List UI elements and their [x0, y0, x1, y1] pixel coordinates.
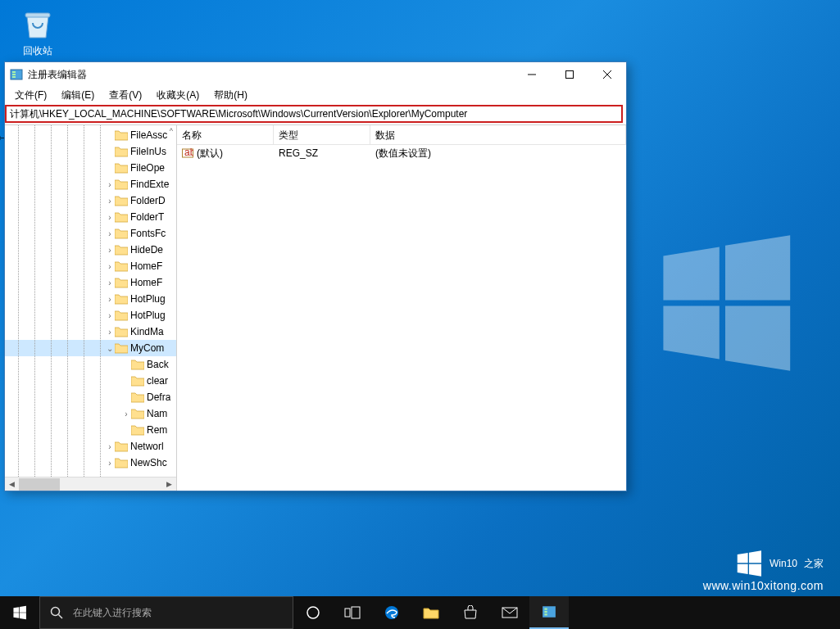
tree-item-label: MyCom — [130, 342, 164, 354]
start-button[interactable] — [0, 596, 39, 629]
tree-item[interactable]: FileOpe — [5, 160, 176, 176]
expander-icon[interactable]: ⌄ — [105, 344, 115, 353]
registry-tree[interactable]: FileAsscFileInUsFileOpe›FindExte›FolderD… — [5, 125, 177, 491]
menu-view[interactable]: 查看(V) — [102, 87, 148, 103]
taskbar-explorer[interactable] — [411, 596, 451, 629]
tree-item-label: FolderD — [130, 195, 166, 206]
tree-item[interactable]: clear — [5, 373, 176, 389]
value-type: REG_SZ — [274, 146, 370, 161]
menu-favorites[interactable]: 收藏夹(A) — [150, 87, 206, 103]
tree-item-label: FolderT — [130, 211, 164, 223]
svg-marker-3 — [663, 306, 719, 360]
value-row[interactable]: ab (默认) REG_SZ (数值未设置) — [177, 145, 626, 161]
window-title: 注册表编辑器 — [28, 68, 513, 82]
registry-values-pane: 名称 类型 数据 ab (默认) REG_SZ (数值未设置) — [177, 125, 626, 491]
svg-point-23 — [52, 608, 60, 616]
svg-marker-16 — [749, 550, 761, 563]
tree-item-label: KindMa — [130, 326, 164, 337]
expander-icon[interactable]: › — [105, 278, 115, 287]
expander-icon[interactable]: › — [105, 459, 115, 468]
tree-item[interactable]: ›FontsFc — [5, 225, 176, 242]
menu-edit[interactable]: 编辑(E) — [55, 87, 101, 103]
tree-item[interactable]: ›HotPlug — [5, 307, 176, 324]
minimize-icon — [528, 70, 536, 79]
tree-item-label: Nam — [147, 408, 167, 419]
scroll-right-icon[interactable]: ▶ — [162, 478, 176, 491]
tree-item[interactable]: ⌄MyCom — [5, 340, 176, 356]
svg-marker-2 — [725, 235, 790, 300]
scrollbar-thumb[interactable] — [19, 478, 60, 491]
maximize-button[interactable] — [551, 62, 588, 87]
svg-rect-10 — [566, 71, 574, 79]
expander-icon[interactable]: › — [105, 328, 115, 337]
scroll-indicator: ^ — [170, 127, 173, 135]
expander-icon[interactable]: › — [105, 295, 115, 304]
tree-item[interactable]: Rem — [5, 422, 176, 438]
taskview-icon — [344, 606, 361, 619]
address-text: 计算机\HKEY_LOCAL_MACHINE\SOFTWARE\Microsof… — [10, 107, 467, 121]
taskbar-taskview[interactable] — [333, 596, 372, 629]
address-bar[interactable]: 计算机\HKEY_LOCAL_MACHINE\SOFTWARE\Microsof… — [5, 105, 623, 123]
tree-item[interactable]: FileInUs — [5, 143, 176, 160]
svg-marker-18 — [749, 564, 761, 577]
windows-start-icon — [12, 605, 27, 620]
tree-item[interactable]: ›HomeF — [5, 258, 176, 274]
taskbar-edge[interactable] — [372, 596, 411, 629]
tree-item-label: Back — [147, 359, 169, 370]
scroll-left-icon[interactable]: ◀ — [5, 478, 19, 491]
tree-item-label: clear — [147, 375, 168, 387]
expander-icon[interactable]: › — [105, 213, 115, 222]
tree-item[interactable]: Back — [5, 356, 176, 373]
watermark-winlogo-icon — [735, 550, 763, 577]
expander-icon[interactable]: › — [105, 311, 115, 320]
expander-icon[interactable]: › — [105, 262, 115, 271]
svg-marker-19 — [13, 607, 19, 612]
tree-item[interactable]: ›Networl — [5, 438, 176, 455]
minimize-button[interactable] — [513, 62, 551, 87]
expander-icon[interactable]: › — [105, 197, 115, 206]
taskbar-search[interactable]: 在此键入进行搜索 — [39, 596, 293, 629]
taskbar-mail[interactable] — [490, 596, 529, 629]
tree-item[interactable]: ›Nam — [5, 405, 176, 422]
taskbar-regedit[interactable] — [529, 596, 569, 629]
tree-item-label: FileInUs — [130, 146, 166, 157]
tree-item[interactable]: ›KindMa — [5, 324, 176, 340]
store-icon — [463, 605, 478, 620]
taskbar-store[interactable] — [451, 596, 490, 629]
menu-help[interactable]: 帮助(H) — [207, 87, 254, 103]
tree-item[interactable]: ›FindExte — [5, 176, 176, 192]
svg-rect-0 — [25, 13, 50, 17]
desktop-icon-recycle-bin[interactable]: 回收站 — [13, 7, 62, 58]
svg-marker-17 — [738, 564, 748, 574]
col-name-header[interactable]: 名称 — [177, 125, 274, 144]
tree-item[interactable]: Defra — [5, 389, 176, 405]
col-data-header[interactable]: 数据 — [370, 125, 626, 144]
svg-rect-31 — [544, 609, 547, 610]
expander-icon[interactable]: › — [105, 229, 115, 238]
expander-icon[interactable]: › — [105, 442, 115, 451]
regedit-icon — [10, 68, 23, 81]
recycle-bin-icon — [20, 7, 55, 41]
watermark-brand-en: Win10 — [770, 558, 797, 569]
col-type-header[interactable]: 类型 — [274, 125, 370, 144]
expander-icon[interactable]: › — [105, 180, 115, 189]
svg-text:ab: ab — [184, 147, 193, 158]
tree-item[interactable]: ›HomeF — [5, 274, 176, 291]
expander-icon[interactable]: › — [105, 246, 115, 255]
regedit-taskbar-icon — [542, 604, 556, 619]
close-button[interactable] — [588, 62, 626, 87]
taskbar-cortana[interactable] — [293, 596, 333, 629]
menu-file[interactable]: 文件(F) — [8, 87, 53, 103]
tree-item[interactable]: FileAssc — [5, 127, 176, 143]
tree-item[interactable]: ›NewShc — [5, 455, 176, 471]
tree-item[interactable]: ›HotPlug — [5, 291, 176, 307]
tree-item[interactable]: ›HideDe — [5, 242, 176, 258]
tree-item[interactable]: ›FolderT — [5, 209, 176, 225]
expander-icon[interactable]: › — [121, 410, 131, 419]
tree-item[interactable]: ›FolderD — [5, 192, 176, 209]
desktop-windows-logo — [652, 229, 799, 377]
titlebar[interactable]: 注册表编辑器 — [5, 62, 626, 87]
tree-hscrollbar[interactable]: ◀ ▶ — [5, 477, 176, 491]
tree-item-label: FindExte — [130, 179, 169, 190]
svg-point-25 — [307, 607, 319, 618]
